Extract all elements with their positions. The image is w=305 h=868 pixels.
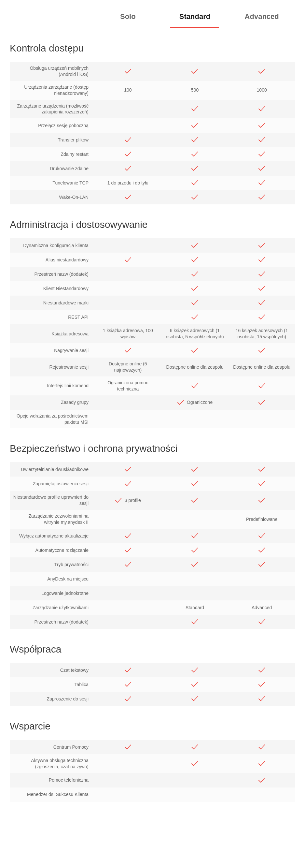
feature-label: Obsługa urządzeń mobilnych (Android i iO…: [10, 62, 94, 81]
feature-cell: Ograniczona pomoc techniczna: [94, 376, 162, 395]
feature-cell: [94, 300, 162, 306]
check-icon: [258, 744, 265, 750]
section-title: Administracja i dostosowywanie: [10, 219, 295, 230]
feature-cell: [228, 297, 295, 309]
feature-cell: [94, 678, 162, 691]
feature-label: Tryb prywatności: [10, 558, 94, 571]
feature-row: Zdalny restart: [10, 147, 295, 161]
feature-cell: [228, 177, 295, 189]
feature-cell: [162, 792, 229, 798]
check-icon: [191, 137, 198, 143]
feature-row: Zaproszenie do sesji: [10, 692, 295, 706]
check-icon: [177, 400, 184, 405]
feature-label: Centrum Pomocy: [10, 741, 94, 753]
check-icon: [191, 481, 198, 487]
check-icon: [191, 68, 198, 74]
feature-cell: Standard: [162, 601, 229, 614]
feature-label: Zdalny restart: [10, 148, 94, 161]
feature-cell: [228, 530, 295, 542]
feature-row: Transfer plików: [10, 133, 295, 147]
feature-cell-text: Ograniczona pomoc techniczna: [96, 380, 160, 392]
feature-cell: [228, 103, 295, 115]
feature-cell: [162, 477, 229, 490]
check-icon: [191, 151, 198, 157]
feature-row: REST API: [10, 310, 295, 324]
feature-row: Wyłącz automatyczne aktualizacje: [10, 529, 295, 543]
check-icon: [191, 300, 198, 306]
check-icon: [191, 347, 198, 353]
feature-label: REST API: [10, 311, 94, 324]
check-icon: [258, 562, 265, 567]
feature-cell-text: Dostępne online dla zespołu: [233, 364, 290, 370]
check-icon: [258, 194, 265, 200]
feature-cell: [162, 344, 229, 356]
feature-cell: 100: [94, 84, 162, 96]
feature-cell: [228, 416, 295, 423]
feature-cell: [162, 693, 229, 705]
feature-cell: [94, 285, 162, 292]
feature-cell: [228, 576, 295, 582]
feature-cell: [162, 177, 229, 189]
feature-row: Logowanie jednokrotne: [10, 586, 295, 600]
feature-row: Zarządzane urządzenia (możliwość zakupie…: [10, 100, 295, 119]
check-icon: [258, 533, 265, 539]
feature-cell: 1000: [228, 84, 295, 96]
check-icon: [258, 400, 265, 405]
feature-label: Zapamiętaj ustawienia sesji: [10, 477, 94, 490]
feature-cell: Predefiniowane: [228, 513, 295, 526]
feature-row: Uwierzytelnianie dwuskładnikowe: [10, 462, 295, 476]
check-icon: [191, 547, 198, 553]
feature-row: Czat tekstowy: [10, 663, 295, 677]
section-title: Współpraca: [10, 644, 295, 655]
check-icon: [258, 547, 265, 553]
check-icon: [258, 300, 265, 306]
check-icon: [124, 194, 132, 200]
feature-label: Zarządzanie zezwoleniami na witrynie my.…: [10, 510, 94, 529]
check-icon: [258, 257, 265, 263]
feature-label: Czat tekstowy: [10, 664, 94, 677]
feature-row: Rejestrowanie sesjiDostępne online (5 na…: [10, 358, 295, 376]
check-icon: [191, 383, 198, 389]
feature-row: Dynamiczna konfiguracja klienta: [10, 238, 295, 253]
check-icon: [258, 137, 265, 143]
check-icon: [124, 667, 132, 673]
check-icon: [191, 123, 198, 128]
feature-cell: [228, 311, 295, 323]
feature-cell: [94, 148, 162, 160]
feature-cell: 500: [162, 84, 229, 96]
feature-label: Niestandardowe marki: [10, 297, 94, 309]
tab-advanced[interactable]: Advanced: [228, 6, 295, 28]
check-icon: [191, 497, 198, 503]
feature-cell: [228, 463, 295, 475]
feature-row: Drukowanie zdalne: [10, 161, 295, 176]
feature-cell: [228, 268, 295, 280]
feature-label: Nagrywanie sesji: [10, 344, 94, 357]
check-icon: [191, 180, 198, 186]
feature-cell-text: 500: [191, 87, 199, 93]
check-icon: [124, 165, 132, 172]
feature-row: Alias niestandardowy: [10, 253, 295, 267]
feature-label: Przestrzeń nazw (dodatek): [10, 616, 94, 628]
feature-label: Menedżer ds. Sukcesu Klienta: [10, 788, 94, 801]
feature-cell: [94, 761, 162, 767]
feature-label: Rejestrowanie sesji: [10, 361, 94, 374]
tab-solo[interactable]: Solo: [94, 6, 162, 28]
feature-cell: [228, 282, 295, 294]
feature-cell-text: 1 książka adresowa, 100 wpisów: [96, 328, 160, 340]
feature-label: Tunelowanie TCP: [10, 177, 94, 189]
feature-row: Tryb prywatności: [10, 557, 295, 572]
feature-cell-text: Standard: [185, 604, 204, 611]
feature-cell: [94, 134, 162, 146]
feature-row: Nagrywanie sesji: [10, 343, 295, 358]
feature-label: Przestrzeń nazw (dodatek): [10, 268, 94, 281]
feature-cell: [228, 544, 295, 556]
check-icon: [191, 761, 198, 767]
feature-cell: [228, 774, 295, 786]
feature-row: Opcje wdrażania za pośrednictwem pakietu…: [10, 410, 295, 429]
feature-cell: [228, 494, 295, 506]
tab-label: Advanced: [245, 12, 279, 21]
check-icon: [258, 314, 265, 320]
feature-cell: [228, 664, 295, 676]
feature-cell: [162, 380, 229, 392]
tab-standard[interactable]: Standard: [162, 6, 229, 28]
